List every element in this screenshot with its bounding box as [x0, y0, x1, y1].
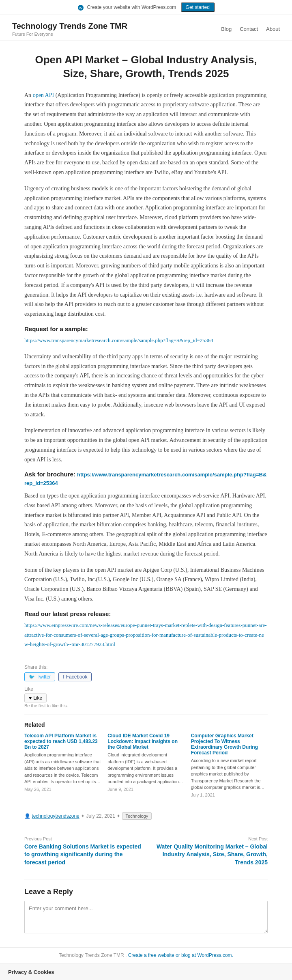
site-branding: Technology Trends Zone TMR Future For Ev…: [12, 22, 127, 37]
ask-brochure-heading: Ask for brochure: https://www.transparen…: [24, 471, 268, 488]
top-banner: W Create your website with WordPress.com…: [0, 0, 292, 15]
like-button[interactable]: ♥ Like: [24, 694, 47, 702]
related-item-1: Telecom API Platform Market is expected …: [24, 733, 101, 797]
request-sample-heading: Request for a sample:: [24, 325, 268, 332]
related-item-1-title[interactable]: Telecom API Platform Market is expected …: [24, 733, 101, 750]
site-tagline: Future For Everyone: [12, 32, 127, 37]
facebook-share-button[interactable]: f Facebook: [58, 672, 92, 681]
divider-2: [24, 715, 268, 715]
banner-text: Create your website with WordPress.com: [87, 4, 176, 10]
press-link-para: https://www.einpresswire.com/news-releas…: [24, 620, 268, 649]
article-body: An open API (Application Programming Int…: [24, 90, 268, 650]
author-tag[interactable]: Technology: [122, 812, 152, 820]
divider-3: [24, 804, 268, 804]
comment-heading: Leave a Reply: [24, 887, 268, 896]
prev-post: Previous Post Core Banking Solutions Mar…: [24, 836, 142, 867]
footer-brand: Technology Trends Zone TMR: [59, 952, 124, 958]
article-title: Open API Market – Global Industry Analys…: [24, 53, 268, 81]
author-link[interactable]: technologytrendszone: [32, 813, 79, 819]
share-buttons: 🐦 Twitter f Facebook: [24, 672, 268, 681]
like-icon: ♥: [29, 695, 32, 701]
site-navigation: Blog Contact About: [221, 26, 280, 32]
facebook-icon: f: [63, 674, 64, 680]
cookie-text: This site uses cookies. By continuing to…: [8, 978, 284, 980]
related-item-3-text: According to a new market report pertain…: [191, 757, 268, 791]
related-item-2: Cloud IDE Market Covid 19 Lockdown: Impa…: [107, 733, 184, 797]
press-release-link[interactable]: https://www.einpresswire.com/news-releas…: [24, 622, 267, 648]
next-post-title[interactable]: Water Quality Monitoring Market – Global…: [150, 843, 268, 867]
wordpress-icon: W: [77, 4, 87, 10]
related-item-1-date: May 26, 2021: [24, 787, 101, 792]
request-sample-link[interactable]: https://www.transparencymarketresearch.c…: [24, 337, 213, 343]
author-date: July 22, 2021: [86, 813, 115, 819]
related-item-3: Computer Graphics Market Projected To Wi…: [191, 733, 268, 797]
share-label: Share this:: [24, 664, 268, 670]
related-item-1-text: Application programming interface (API) …: [24, 752, 101, 785]
paragraph-2: Urgency of creating business models is o…: [24, 184, 268, 319]
twitter-share-button[interactable]: 🐦 Twitter: [24, 672, 55, 681]
next-post: Next Post Water Quality Monitoring Marke…: [150, 836, 268, 867]
author-line: 👤 technologytrendszone ✦ July 22, 2021 ✦…: [24, 812, 268, 820]
nav-about[interactable]: About: [266, 26, 280, 32]
nav-blog[interactable]: Blog: [221, 26, 232, 32]
footer-sep: ,: [125, 952, 128, 958]
footer-wp-link[interactable]: Create a free website or blog at WordPre…: [128, 952, 233, 958]
main-content: Open API Market – Global Industry Analys…: [0, 41, 292, 947]
related-item-2-title[interactable]: Cloud IDE Market Covid 19 Lockdown: Impa…: [107, 733, 184, 750]
cookie-title: Privacy & Cookies: [8, 968, 284, 976]
like-label: Like: [24, 686, 268, 692]
related-heading: Related: [24, 722, 268, 728]
like-section: Like ♥ Like Be the first to like this.: [24, 686, 268, 708]
like-count: Be the first to like this.: [24, 703, 268, 708]
next-post-label: Next Post: [150, 836, 268, 841]
site-header: Technology Trends Zone TMR Future For Ev…: [0, 15, 292, 41]
related-item-3-date: July 1, 2021: [191, 793, 268, 797]
paragraph-3: Uncertainty and vulnerability of the thi…: [24, 352, 268, 420]
post-navigation: Previous Post Core Banking Solutions Mar…: [24, 828, 268, 875]
paragraph-5: Based on types the open application prog…: [24, 491, 268, 559]
related-item-2-text: Cloud integrated development platform (I…: [107, 752, 184, 785]
twitter-icon: 🐦: [29, 674, 35, 680]
paragraph-1: An open API (Application Programming Int…: [24, 90, 268, 177]
related-item-2-date: June 9, 2021: [107, 787, 184, 792]
svg-text:W: W: [79, 6, 83, 10]
related-grid: Telecom API Platform Market is expected …: [24, 733, 268, 797]
paragraph-4: Implementation of innovative and advance…: [24, 426, 268, 464]
author-date-separator: ✦: [81, 813, 86, 819]
author-tag-separator: ✦: [116, 813, 122, 819]
prev-post-label: Previous Post: [24, 836, 142, 841]
nav-contact[interactable]: Contact: [240, 26, 258, 32]
site-footer-bar: Technology Trends Zone TMR , Create a fr…: [0, 947, 292, 963]
site-title: Technology Trends Zone TMR: [12, 22, 127, 31]
related-section: Related Telecom API Platform Market is e…: [24, 722, 268, 797]
comment-section: Leave a Reply: [24, 879, 268, 935]
prev-post-title[interactable]: Core Banking Solutions Market is expecte…: [24, 843, 142, 867]
comment-input[interactable]: [24, 901, 268, 933]
author-icon: 👤: [24, 813, 30, 819]
divider-1: [24, 656, 268, 656]
open-api-link[interactable]: open API: [33, 92, 54, 98]
ask-brochure-link[interactable]: https://www.transparencymarketresearch.c…: [24, 472, 266, 486]
press-release-heading: Read our latest press release:: [24, 610, 268, 617]
paragraph-6: Some of the key players in the open API …: [24, 565, 268, 604]
related-item-3-title[interactable]: Computer Graphics Market Projected To Wi…: [191, 733, 268, 756]
share-section: Share this: 🐦 Twitter f Facebook: [24, 664, 268, 681]
get-started-button[interactable]: Get started: [181, 2, 215, 12]
cookie-banner: Privacy & Cookies This site uses cookies…: [0, 963, 292, 980]
request-sample-link-para: https://www.transparencymarketresearch.c…: [24, 336, 268, 345]
